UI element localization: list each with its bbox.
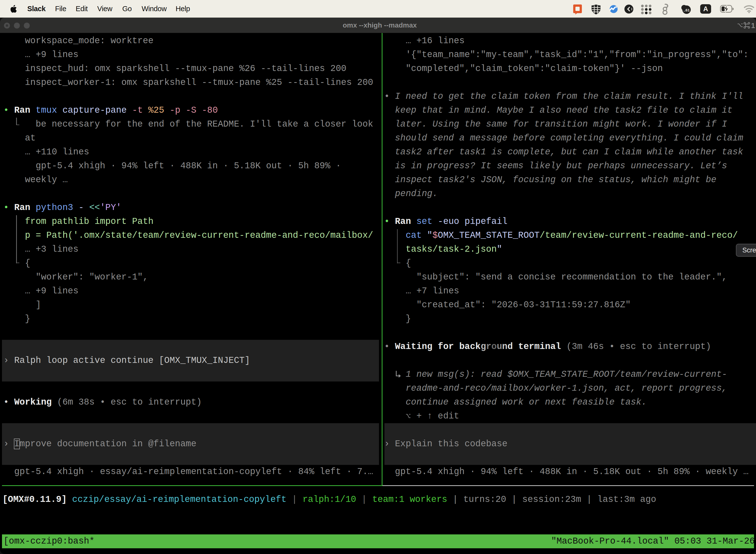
- svg-text:..61: ..61: [683, 8, 690, 12]
